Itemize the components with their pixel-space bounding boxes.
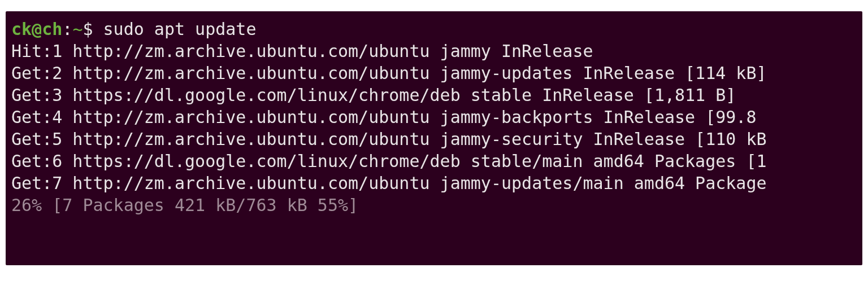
apt-progress-line: 26% [7 Packages 421 kB/763 kB 55%]: [11, 194, 857, 216]
command-text: sudo apt update: [103, 18, 257, 40]
apt-output-line: Get:5 http://zm.archive.ubuntu.com/ubunt…: [11, 128, 857, 150]
apt-output-line: Get:4 http://zm.archive.ubuntu.com/ubunt…: [11, 106, 857, 128]
apt-output-line: Get:6 https://dl.google.com/linux/chrome…: [11, 150, 857, 172]
apt-output-line: Get:2 http://zm.archive.ubuntu.com/ubunt…: [11, 62, 857, 84]
apt-output-line: Get:7 http://zm.archive.ubuntu.com/ubunt…: [11, 172, 857, 194]
prompt-path: ~: [72, 18, 83, 40]
prompt-symbol: $: [83, 18, 103, 40]
apt-output-line: Hit:1 http://zm.archive.ubuntu.com/ubunt…: [11, 40, 857, 62]
prompt-separator: :: [62, 18, 72, 40]
user-host: ck@ch: [11, 18, 62, 40]
apt-output-line: Get:3 https://dl.google.com/linux/chrome…: [11, 84, 857, 106]
terminal-window[interactable]: ck@ch:~$ sudo apt update Hit:1 http://zm…: [6, 11, 862, 265]
prompt-line: ck@ch:~$ sudo apt update: [11, 18, 857, 40]
